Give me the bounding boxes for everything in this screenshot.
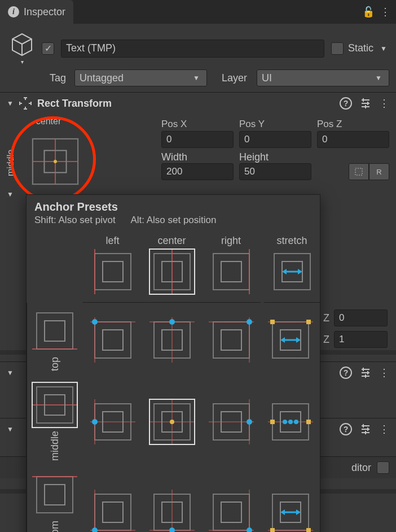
editor-checkbox[interactable] — [377, 461, 389, 474]
svg-rect-85 — [213, 494, 249, 530]
svg-point-27 — [92, 319, 98, 325]
info-icon: i — [8, 6, 19, 18]
svg-rect-12 — [213, 254, 249, 290]
popup-title: Anchor Presets — [34, 200, 312, 213]
preset-bottom-right[interactable] — [201, 466, 261, 532]
svg-rect-20 — [37, 313, 73, 349]
rect-transform-header: ▼ Rect Transform ? ⋮ — [0, 92, 396, 114]
component-title: Rect Transform — [37, 98, 334, 110]
help-icon[interactable]: ? — [340, 367, 352, 379]
preset-top-center[interactable] — [142, 303, 201, 377]
posz-label: Pos Z — [317, 119, 389, 130]
z-input-b[interactable] — [334, 331, 388, 348]
anchor-h-label: center — [14, 116, 83, 127]
svg-marker-19 — [298, 269, 302, 274]
component-menu-icon[interactable]: ⋮ — [379, 97, 389, 110]
layer-label: Layer — [222, 72, 252, 84]
svg-point-84 — [169, 527, 175, 532]
svg-rect-78 — [103, 502, 123, 522]
svg-marker-96 — [280, 509, 285, 515]
component-menu-icon[interactable]: ⋮ — [379, 423, 389, 435]
tag-value: Untagged — [80, 72, 124, 84]
help-icon[interactable]: ? — [340, 97, 352, 110]
col-header-right: right — [201, 232, 261, 303]
posy-input[interactable] — [239, 131, 311, 148]
rect-transform-body: center middle Pos X Pos Y Pos Z Width He… — [0, 114, 396, 180]
svg-rect-14 — [221, 261, 241, 282]
tab-menu-icon[interactable]: ⋮ — [380, 6, 390, 18]
svg-rect-93 — [270, 528, 275, 532]
component-menu-icon[interactable]: ⋮ — [379, 367, 389, 379]
width-input[interactable] — [161, 163, 234, 180]
chevron-down-icon: ▼ — [191, 74, 202, 82]
preset-bottom-center[interactable] — [142, 466, 201, 532]
help-icon[interactable]: ? — [340, 423, 352, 435]
preset-bottom-left[interactable] — [83, 466, 142, 532]
static-checkbox[interactable] — [331, 42, 344, 55]
svg-rect-72 — [37, 477, 73, 513]
tag-layer-row: Tag Untagged ▼ Layer UI ▼ — [0, 69, 396, 92]
popup-subtitle-shift: Shift: Also set pivot — [34, 215, 116, 225]
svg-marker-44 — [280, 337, 285, 343]
preset-icon[interactable] — [360, 424, 371, 435]
preset-middle-left[interactable] — [83, 377, 142, 466]
popup-subtitle-alt: Alt: Also set position — [130, 215, 216, 225]
icon-dropdown-icon[interactable]: ▾ — [21, 59, 24, 65]
anchor-v-label: middle — [6, 128, 16, 198]
height-input[interactable] — [239, 163, 311, 180]
preset-middle-center[interactable] — [142, 377, 201, 466]
foldout-toggle-icon[interactable]: ▼ — [7, 425, 14, 433]
row-header-middle: middle — [27, 377, 83, 466]
foldout-toggle-icon[interactable]: ▼ — [7, 99, 14, 107]
gameobject-cube-icon[interactable] — [9, 32, 35, 58]
chevron-down-icon: ▼ — [373, 74, 384, 82]
svg-rect-26 — [103, 330, 123, 350]
blueprint-mode-button[interactable] — [349, 163, 369, 180]
height-label: Height — [239, 151, 269, 163]
tag-dropdown[interactable]: Untagged ▼ — [74, 69, 207, 86]
svg-point-53 — [92, 419, 98, 425]
row-header-top: top — [27, 303, 83, 377]
svg-point-37 — [247, 319, 252, 325]
editor-label-fragment: ditor — [351, 462, 371, 474]
svg-rect-75 — [95, 494, 131, 530]
posz-input[interactable] — [317, 131, 389, 148]
z-input-a[interactable] — [334, 309, 388, 326]
preset-bottom-stretch[interactable] — [261, 466, 320, 532]
preset-top-right[interactable] — [201, 303, 261, 377]
preset-middle-stretch[interactable] — [261, 377, 320, 466]
svg-point-63 — [247, 419, 252, 425]
preset-top-left[interactable] — [83, 303, 142, 377]
inspector-tab[interactable]: i Inspector — [0, 0, 73, 24]
preset-icon[interactable] — [360, 98, 371, 109]
svg-rect-41 — [270, 320, 275, 324]
static-dropdown-icon[interactable]: ▼ — [378, 45, 389, 53]
svg-rect-36 — [221, 330, 241, 350]
preset-icon[interactable] — [360, 367, 371, 378]
foldout-toggle-icon[interactable]: ▼ — [7, 369, 14, 377]
partial-vector-fields: Z Z — [318, 309, 388, 348]
size-fields: Width Height R — [161, 151, 389, 180]
posx-input[interactable] — [161, 131, 234, 148]
preset-top-stretch[interactable] — [261, 303, 320, 377]
raw-edit-button[interactable]: R — [369, 163, 389, 180]
static-label: Static — [348, 42, 373, 54]
col-header-left: left — [83, 232, 142, 303]
position-fields: Pos X Pos Y Pos Z — [161, 119, 389, 148]
tab-bar: i Inspector 🔓 ⋮ — [0, 0, 396, 24]
svg-point-58 — [170, 420, 174, 424]
tab-actions: 🔓 ⋮ — [362, 6, 396, 18]
layer-dropdown[interactable]: UI ▼ — [257, 69, 389, 86]
active-checkbox[interactable]: ✓ — [42, 42, 54, 55]
svg-rect-42 — [306, 320, 311, 324]
preset-middle-right[interactable] — [201, 377, 261, 466]
gameobject-name-input[interactable] — [61, 40, 324, 58]
svg-rect-6 — [95, 254, 131, 290]
svg-rect-68 — [306, 420, 311, 424]
lock-icon[interactable]: 🔓 — [362, 6, 375, 18]
anchor-preset-button[interactable]: center middle — [14, 128, 83, 198]
svg-rect-22 — [45, 321, 65, 341]
svg-rect-67 — [270, 420, 275, 424]
tag-label: Tag — [50, 72, 70, 84]
rect-transform-icon — [19, 97, 32, 110]
